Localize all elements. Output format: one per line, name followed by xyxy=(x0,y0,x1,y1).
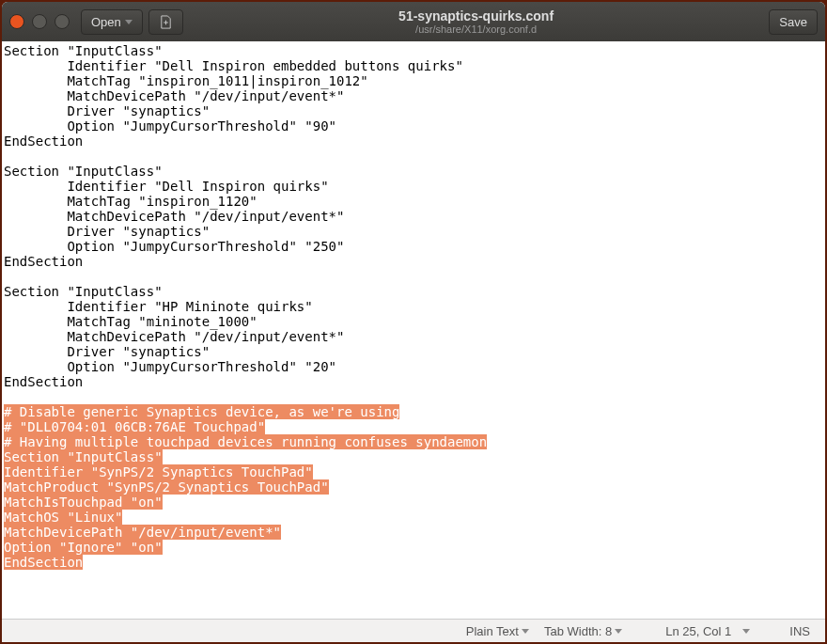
maximize-icon[interactable] xyxy=(55,14,70,29)
title-area: 51-synaptics-quirks.conf /usr/share/X11/… xyxy=(189,8,764,35)
chevron-down-icon xyxy=(615,629,622,634)
save-button[interactable]: Save xyxy=(769,9,818,35)
headerbar: Open 51-synaptics-quirks.conf /usr/share… xyxy=(2,2,825,41)
window: Open 51-synaptics-quirks.conf /usr/share… xyxy=(2,2,825,642)
document-path: /usr/share/X11/xorg.conf.d xyxy=(189,24,764,35)
window-controls xyxy=(9,14,70,29)
minimize-icon[interactable] xyxy=(32,14,47,29)
insert-mode[interactable]: INS xyxy=(786,622,814,640)
chevron-down-icon[interactable] xyxy=(742,629,750,634)
new-tab-button[interactable] xyxy=(148,9,183,35)
tabwidth-selector[interactable]: Tab Width: 8 xyxy=(540,622,626,640)
cursor-position[interactable]: Ln 25, Col 1 xyxy=(662,622,735,640)
close-icon[interactable] xyxy=(9,14,24,29)
open-label: Open xyxy=(91,15,121,29)
document-title: 51-synaptics-quirks.conf xyxy=(189,8,764,24)
new-document-icon xyxy=(159,15,173,29)
chevron-down-icon xyxy=(125,20,133,24)
chevron-down-icon xyxy=(522,629,529,634)
statusbar: Plain Text Tab Width: 8 Ln 25, Col 1 INS xyxy=(2,619,825,642)
editor-area[interactable]: Section "InputClass" Identifier "Dell In… xyxy=(2,41,825,619)
open-button[interactable]: Open xyxy=(81,9,143,35)
syntax-selector[interactable]: Plain Text xyxy=(462,622,533,640)
